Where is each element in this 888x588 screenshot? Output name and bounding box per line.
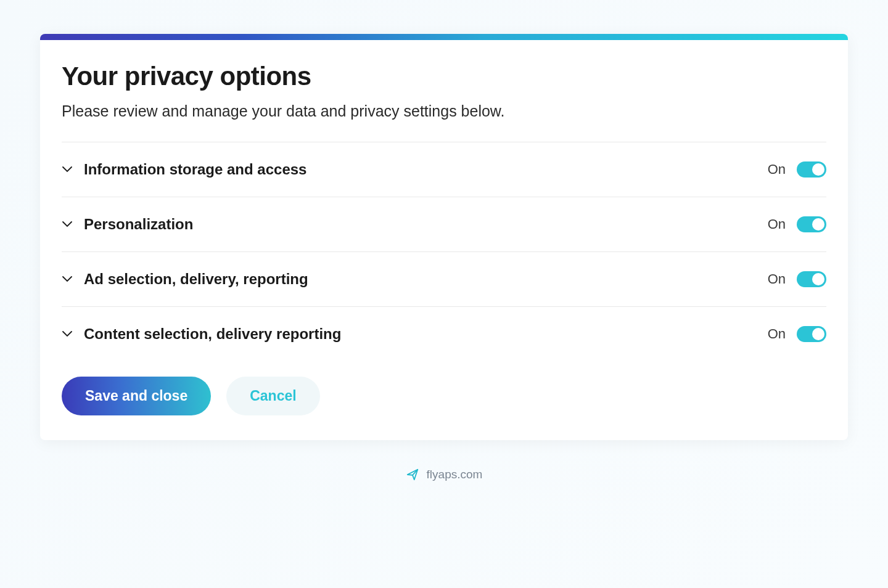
option-label: Information storage and access	[84, 161, 306, 178]
chevron-down-icon[interactable]	[62, 219, 73, 230]
toggle-state-label: On	[768, 216, 786, 232]
toggle-knob	[812, 163, 824, 176]
toggle-knob	[812, 328, 824, 340]
chevron-down-icon[interactable]	[62, 164, 73, 175]
toggle-ad-selection[interactable]	[797, 271, 826, 287]
option-right: On	[768, 271, 826, 287]
option-right: On	[768, 161, 826, 178]
toggle-state-label: On	[768, 326, 786, 342]
toggle-knob	[812, 218, 824, 231]
toggle-state-label: On	[768, 271, 786, 287]
modal-title: Your privacy options	[62, 62, 826, 91]
option-row-content-selection: Content selection, delivery reporting On	[62, 306, 826, 361]
option-right: On	[768, 326, 826, 342]
save-button[interactable]: Save and close	[62, 377, 211, 415]
modal-subtitle: Please review and manage your data and p…	[62, 102, 826, 120]
option-label: Personalization	[84, 216, 193, 233]
footer-brand: flyaps.com	[427, 468, 483, 481]
chevron-down-icon[interactable]	[62, 274, 73, 285]
modal-content: Your privacy options Please review and m…	[40, 40, 848, 440]
option-row-storage: Information storage and access On	[62, 142, 826, 197]
toggle-state-label: On	[768, 161, 786, 178]
privacy-modal: Your privacy options Please review and m…	[40, 34, 848, 440]
option-left: Content selection, delivery reporting	[62, 325, 341, 343]
toggle-knob	[812, 273, 824, 285]
toggle-personalization[interactable]	[797, 216, 826, 232]
toggle-storage[interactable]	[797, 161, 826, 178]
chevron-down-icon[interactable]	[62, 329, 73, 340]
option-right: On	[768, 216, 826, 232]
option-row-ad-selection: Ad selection, delivery, reporting On	[62, 251, 826, 306]
option-label: Content selection, delivery reporting	[84, 325, 341, 343]
toggle-content-selection[interactable]	[797, 326, 826, 342]
option-left: Information storage and access	[62, 161, 306, 178]
option-left: Ad selection, delivery, reporting	[62, 271, 308, 288]
gradient-top-bar	[40, 34, 848, 40]
button-row: Save and close Cancel	[62, 377, 826, 415]
option-label: Ad selection, delivery, reporting	[84, 271, 308, 288]
cancel-button[interactable]: Cancel	[226, 377, 319, 415]
option-row-personalization: Personalization On	[62, 197, 826, 251]
option-left: Personalization	[62, 216, 193, 233]
paper-plane-icon	[406, 468, 419, 481]
footer: flyaps.com	[40, 468, 848, 481]
